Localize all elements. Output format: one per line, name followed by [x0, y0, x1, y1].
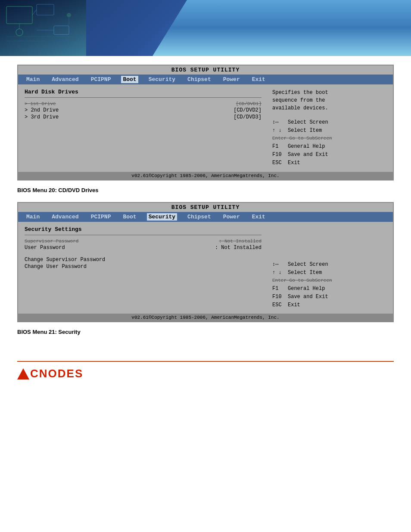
bios-menu-security-1[interactable]: Security: [147, 76, 177, 83]
bios-key-selectitem-1: ↑ ↓ Select Item: [272, 127, 386, 135]
bios-spacer: [25, 252, 262, 256]
svg-rect-0: [6, 6, 32, 24]
bios-key-f1-1: F1 General Help: [272, 143, 386, 151]
bios-item-user-pw[interactable]: User Password : Not Installed: [25, 245, 262, 251]
bios-help-text-1: Specifies the bootsequence from theavail…: [272, 89, 386, 112]
circuit-decoration: [2, 2, 84, 54]
bios-content-2: Security Settings Supervisor Password : …: [18, 222, 393, 314]
bios-item-label: Change User Password: [25, 264, 87, 270]
bios-menu-boot-1[interactable]: Boot: [121, 76, 138, 83]
acnodes-footer: CNODES: [17, 361, 394, 380]
header-right-design: [153, 0, 411, 56]
bios-key-selectscreen-2: ↕↔ Select Screen: [272, 261, 386, 269]
bios-item-value: [CD/DVD1]: [236, 101, 262, 106]
bios-menu-exit-2[interactable]: Exit: [250, 213, 267, 221]
bios-menu-pcipnp-2[interactable]: PCIPNP: [89, 213, 113, 221]
bios-key-esc-1: ESC Exit: [272, 159, 386, 167]
bios-item-label: > 2nd Drive: [25, 107, 59, 113]
bios-item-supervisor-pw[interactable]: Supervisor Password : Not Installed: [25, 239, 262, 244]
bios-menu-main-2[interactable]: Main: [25, 213, 41, 221]
bios-menu-pcipnp-1[interactable]: PCIPNP: [89, 76, 113, 83]
bios-key-selectitem-2: ↑ ↓ Select Item: [272, 269, 386, 277]
acnodes-logo: CNODES: [17, 366, 83, 380]
bios-menu-boot-2[interactable]: Boot: [121, 213, 138, 221]
bios-caption-2: BIOS Menu 21: Security: [17, 329, 394, 335]
svg-rect-7: [54, 26, 69, 34]
bios-menu-chipset-1[interactable]: Chipset: [186, 76, 213, 83]
bios-content-1: Hard Disk Drives > 1st Drive [CD/DVD1] >…: [18, 84, 393, 172]
bios-key-f1-2: F1 General Help: [272, 285, 386, 293]
bios-menu-advanced-2[interactable]: Advanced: [50, 213, 80, 221]
svg-line-2: [32, 9, 37, 15]
bios-footer-2: v02.61©Copyright 1985-2006, AmericanMega…: [18, 314, 393, 321]
bios-right-1: Specifies the bootsequence from theavail…: [266, 89, 386, 168]
bios-menu-exit-1[interactable]: Exit: [250, 76, 267, 83]
bios-section-title-1: Hard Disk Drives: [25, 89, 262, 95]
svg-point-3: [16, 29, 23, 36]
bios-box-2: BIOS SETUP UTILITY Main Advanced PCIPNP …: [17, 202, 394, 323]
bios-menu-chipset-2[interactable]: Chipset: [186, 213, 213, 221]
svg-rect-1: [37, 4, 54, 15]
svg-point-9: [67, 13, 71, 17]
bios-menubar-1: Main Advanced PCIPNP Boot Security Chips…: [18, 75, 393, 84]
bios-menubar-2: Main Advanced PCIPNP Boot Security Chips…: [18, 212, 393, 222]
bios-item-label: > 1st Drive: [25, 101, 56, 106]
bios-title-2: BIOS SETUP UTILITY: [18, 203, 393, 212]
bios-key-help-1: ↕↔ Select Screen ↑ ↓ Select Item Enter G…: [272, 118, 386, 168]
bios-item-label: > 3rd Drive: [25, 114, 59, 120]
bios-item-change-supervisor-pw[interactable]: Change Supervisor Password: [25, 257, 262, 263]
bios-title-1: BIOS SETUP UTILITY: [18, 65, 393, 75]
bios-left-1: Hard Disk Drives > 1st Drive [CD/DVD1] >…: [25, 89, 266, 168]
bios-menu-advanced-1[interactable]: Advanced: [50, 76, 80, 83]
bios-item-2nd-drive[interactable]: > 2nd Drive [CD/DVD2]: [25, 107, 262, 113]
bios-menu-power-1[interactable]: Power: [221, 76, 242, 83]
bios-key-f10-1: F10 Save and Exit: [272, 151, 386, 159]
header-banner: [0, 0, 411, 56]
bios-menu-main-1[interactable]: Main: [25, 76, 41, 83]
bios-footer-1: v02.61©Copyright 1985-2006, AmericanMega…: [18, 172, 393, 180]
bios-right-2: ↕↔ Select Screen ↑ ↓ Select Item Enter G…: [266, 226, 386, 310]
bios-key-enter-1: Enter Go to SubScreen: [272, 135, 386, 143]
bios-key-esc-2: ESC Exit: [272, 301, 386, 309]
main-content: BIOS SETUP UTILITY Main Advanced PCIPNP …: [0, 56, 411, 352]
bios-menu-power-2[interactable]: Power: [221, 213, 242, 221]
bios-box-1: BIOS SETUP UTILITY Main Advanced PCIPNP …: [17, 65, 394, 180]
bios-item-3rd-drive[interactable]: > 3rd Drive [CD/DVD3]: [25, 114, 262, 120]
bios-item-change-user-pw[interactable]: Change User Password: [25, 264, 262, 270]
bios-item-label: User Password: [25, 245, 65, 251]
bios-item-value: : Not Installed: [219, 239, 262, 244]
bios-key-help-2: ↕↔ Select Screen ↑ ↓ Select Item Enter G…: [272, 261, 386, 310]
bios-caption-1: BIOS Menu 20: CD/DVD Drives: [17, 187, 394, 193]
bios-item-1st-drive[interactable]: > 1st Drive [CD/DVD1]: [25, 101, 262, 106]
bios-item-value: : Not Installed: [215, 245, 262, 251]
bios-key-selectscreen-1: ↕↔ Select Screen: [272, 118, 386, 127]
bios-left-2: Security Settings Supervisor Password : …: [25, 226, 266, 310]
bios-section-title-2: Security Settings: [25, 226, 262, 233]
bios-item-value: [CD/DVD3]: [234, 114, 262, 120]
bios-item-label: Change Supervisor Password: [25, 257, 105, 263]
bios-key-f10-2: F10 Save and Exit: [272, 293, 386, 301]
bios-item-value: [CD/DVD2]: [234, 107, 262, 113]
bios-item-label: Supervisor Password: [25, 239, 78, 244]
bios-key-enter-2: Enter Go to SubScreen: [272, 277, 386, 285]
bios-menu-security-2[interactable]: Security: [147, 213, 177, 221]
